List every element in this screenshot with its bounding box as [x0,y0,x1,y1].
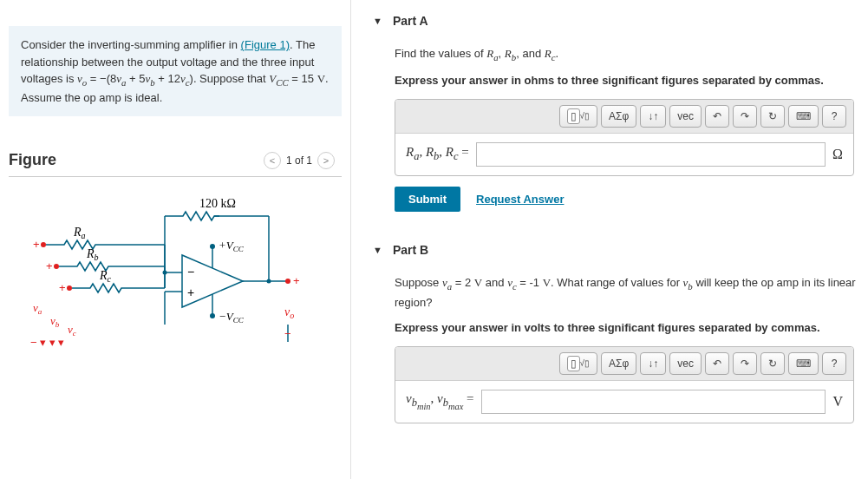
help-button[interactable]: ? [822,352,846,375]
part-b-header[interactable]: ▼ Part B [373,238,868,262]
svg-point-8 [54,264,59,269]
part-a-question: Find the values of Ra, Rb, and Rc. [395,45,868,65]
svg-point-13 [67,285,72,291]
figure-viewport: 120 kΩ Ra + Rb [9,176,342,419]
figure-next-button[interactable]: > [317,152,335,169]
part-a-title: Part A [393,14,428,28]
feedback-resistor-label: 120 kΩ [199,197,236,210]
svg-text:− ▾ ▾ ▾: − ▾ ▾ ▾ [30,336,64,349]
keyboard-button[interactable]: ⌨ [788,352,819,375]
undo-button[interactable]: ↶ [705,105,729,128]
figure-page-indicator: 1 of 1 [286,154,312,167]
svg-point-4 [41,242,46,247]
svg-point-27 [210,244,215,249]
undo-button[interactable]: ↶ [705,352,729,375]
minus-vcc-label: −VCC [219,310,245,325]
part-a-var-label: Ra, Rb, Rc = [406,145,469,163]
reset-button[interactable]: ↻ [760,105,785,128]
prompt-text-1: Consider the inverting-summing amplifier… [21,38,241,51]
svg-text:+: + [59,281,66,294]
figure-title: Figure [9,151,56,169]
greek-button[interactable]: ΑΣφ [601,105,636,128]
svg-text:−: − [187,265,194,279]
reset-button[interactable]: ↻ [760,352,785,375]
vec-button[interactable]: vec [669,105,702,128]
vec-button[interactable]: vec [669,352,702,375]
caret-down-icon: ▼ [373,245,382,255]
part-a-unit: Ω [832,147,843,162]
problem-prompt: Consider the inverting-summing amplifier… [9,26,342,116]
plus-vcc-label: +VCC [219,239,245,253]
subscript-button[interactable]: ↓↑ [640,352,666,375]
formula-toolbar-b: ▯√▯ ΑΣφ ↓↑ vec ↶ ↷ ↻ ⌨ ? [395,347,853,381]
vb-label: vb [50,314,60,329]
svg-text:−: − [284,327,291,340]
vc-label: vc [68,323,76,338]
figure-link[interactable]: (Figure 1) [241,38,290,51]
part-b-answer-box: ▯√▯ ΑΣφ ↓↑ vec ↶ ↷ ↻ ⌨ ? vbmin, vbmax = … [395,346,854,423]
caret-down-icon: ▼ [373,16,382,26]
svg-text:+: + [293,274,300,287]
help-button[interactable]: ? [822,105,846,128]
svg-text:+: + [33,238,40,251]
part-b-unit: V [832,394,843,410]
part-b-question: Suppose va = 2 V and vc = -1 V. What ran… [395,274,868,312]
part-b-title: Part B [393,243,428,257]
part-a-header[interactable]: ▼ Part A [373,9,868,33]
figure-prev-button[interactable]: < [264,152,281,169]
redo-button[interactable]: ↷ [733,352,757,375]
ra-label: Ra [73,226,86,240]
vo-label: vo [284,305,294,320]
part-a-input[interactable] [476,142,826,167]
part-a-instruction: Express your answer in ohms to three sig… [395,74,868,87]
part-b-input[interactable] [481,390,826,414]
part-b-instruction: Express your answer in volts to three si… [395,321,868,334]
part-a-answer-box: ▯▯√▯√▯ ΑΣφ ↓↑ vec ↶ ↷ ↻ ⌨ ? Ra, Rb, Rc =… [395,99,854,176]
part-b-var-label: vbmin, vbmax = [406,391,474,411]
redo-button[interactable]: ↷ [733,105,757,128]
part-a-submit-button[interactable]: Submit [395,187,460,212]
keyboard-button[interactable]: ⌨ [788,105,819,128]
svg-point-29 [210,313,215,318]
templates-button[interactable]: ▯√▯ [559,352,598,375]
svg-point-32 [285,279,290,284]
rc-label: Rc [99,269,112,284]
svg-text:+: + [187,285,194,299]
va-label: va [33,301,42,316]
greek-button[interactable]: ΑΣφ [601,352,636,375]
circuit-diagram: 120 kΩ Ra + Rb [17,194,312,368]
templates-button[interactable]: ▯▯√▯√▯ [559,105,598,128]
part-a-request-answer-link[interactable]: Request Answer [476,193,564,206]
rb-label: Rb [86,247,99,262]
subscript-button[interactable]: ↓↑ [640,105,666,128]
svg-point-31 [267,279,271,284]
svg-text:+: + [46,259,53,272]
formula-toolbar: ▯▯√▯√▯ ΑΣφ ↓↑ vec ↶ ↷ ↻ ⌨ ? [395,100,853,134]
